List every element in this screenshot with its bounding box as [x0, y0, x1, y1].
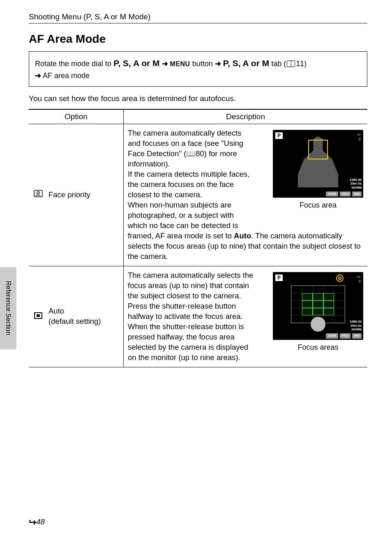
auto-area-icon	[33, 312, 44, 322]
page-footer: ↪48	[29, 517, 45, 528]
section-title: AF Area Mode	[29, 32, 367, 46]
description-text: The camera automatically detects and foc…	[128, 128, 255, 231]
option-label: Auto (default setting)	[48, 306, 101, 327]
table-row: Face priority P ▭▯ 1080 30 25m 0s	[29, 124, 367, 266]
table-row: Auto (default setting) P ▭▯	[29, 266, 367, 367]
svg-point-1	[37, 192, 39, 194]
subject-icon	[311, 317, 325, 332]
col-description: Description	[124, 109, 368, 124]
intro-text: You can set how the focus area is determ…	[29, 94, 367, 103]
description-text: framed, AF area mode is set to Auto. The…	[128, 231, 363, 262]
battery-icon: ▭▯	[357, 275, 361, 284]
face-priority-icon	[33, 190, 44, 200]
description-text: The camera automatically selects the foc…	[128, 270, 255, 363]
af-area-table: Option Description Face priority P	[29, 109, 367, 367]
focus-bracket	[308, 140, 328, 159]
book-icon	[287, 60, 295, 67]
page-header: Shooting Menu (P, S, A or M Mode)	[29, 12, 367, 23]
svg-rect-3	[37, 314, 40, 317]
col-option: Option	[29, 109, 124, 124]
lcd-preview-auto: P ▭▯ 1080	[273, 272, 363, 352]
lcd-preview-face: P ▭▯ 1080 30 25m 0s NORM 1/250	[273, 130, 363, 210]
battery-icon: ▭▯	[357, 132, 361, 141]
navigation-box: Rotate the mode dial to P, S, A or M ➜ M…	[29, 51, 367, 87]
target-icon	[336, 275, 344, 282]
option-label: Face priority	[48, 190, 90, 200]
reference-icon: ↪	[29, 517, 36, 527]
